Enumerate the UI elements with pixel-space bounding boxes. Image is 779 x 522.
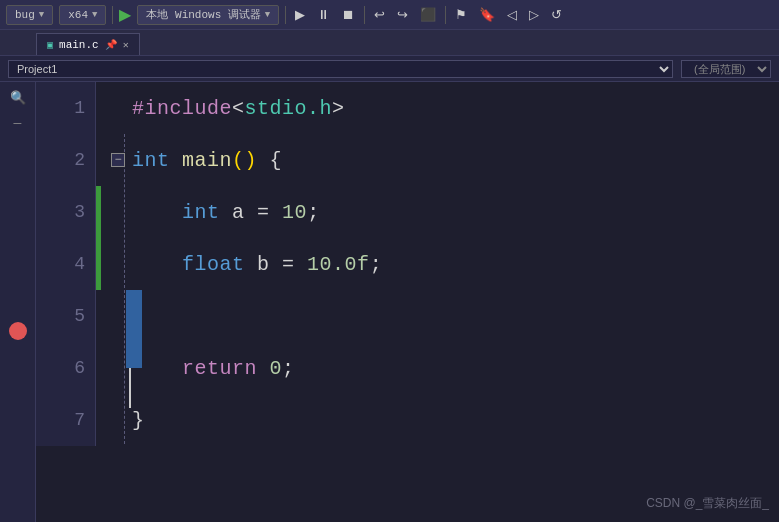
fold-col-2[interactable]: − bbox=[104, 153, 132, 167]
code-line-3: int a = 10; bbox=[96, 186, 779, 238]
line-num-3: 3 bbox=[36, 186, 85, 238]
line-numbers: 1 2 3 4 5 6 7 bbox=[36, 82, 96, 446]
tab-main-c[interactable]: ▣ main.c 📌 ✕ bbox=[36, 33, 140, 55]
breakpoint-indicator bbox=[9, 322, 27, 340]
scope-select[interactable]: (全局范围) bbox=[681, 60, 771, 78]
debug-dropdown[interactable]: bug ▼ bbox=[6, 5, 53, 25]
line-num-4: 4 bbox=[36, 238, 85, 290]
tabbar: ▣ main.c 📌 ✕ bbox=[0, 30, 779, 56]
sep2 bbox=[285, 6, 286, 24]
tab-label: main.c bbox=[59, 39, 99, 51]
tab-file-icon: ▣ bbox=[47, 39, 53, 51]
next-button[interactable]: ▷ bbox=[526, 7, 542, 22]
left-sidebar: 🔍 — bbox=[0, 82, 36, 522]
code-text-3: int a = 10; bbox=[132, 201, 320, 224]
code-line-1: #include<stdio.h> bbox=[96, 82, 779, 134]
code-line-6: return 0; bbox=[96, 342, 779, 394]
pin-icon: 📌 bbox=[105, 39, 117, 51]
line-num-1: 1 bbox=[36, 82, 85, 134]
debugger-dropdown[interactable]: 本地 Windows 调试器 ▼ bbox=[137, 5, 279, 25]
code-line-5 bbox=[96, 290, 779, 342]
debug-arrow: ▼ bbox=[39, 10, 44, 20]
pause-button[interactable]: ⏸ bbox=[314, 7, 333, 22]
arch-label: x64 bbox=[68, 9, 88, 21]
sep1 bbox=[112, 6, 113, 24]
code-text-6: return 0; bbox=[132, 357, 295, 380]
code-text-4: float b = 10.0f; bbox=[132, 253, 382, 276]
code-area[interactable]: #include<stdio.h> − int main() { int a =… bbox=[96, 82, 779, 522]
continue-button[interactable]: ▶ bbox=[292, 7, 308, 22]
editor-area[interactable]: 1 2 3 4 5 6 7 #include<stdio.h> bbox=[36, 82, 779, 522]
tab-close-button[interactable]: ✕ bbox=[123, 39, 129, 51]
arch-dropdown[interactable]: x64 ▼ bbox=[59, 5, 106, 25]
debugger-label: 本地 Windows 调试器 bbox=[146, 7, 260, 22]
watermark: CSDN @_雪菜肉丝面_ bbox=[646, 495, 769, 512]
line-num-2: 2 bbox=[36, 134, 85, 186]
code-text-7: } bbox=[132, 409, 145, 432]
step-out-button[interactable]: ⬛ bbox=[417, 7, 439, 22]
stop-button[interactable]: ⏹ bbox=[339, 7, 358, 22]
arch-arrow: ▼ bbox=[92, 10, 97, 20]
code-text-1: #include<stdio.h> bbox=[132, 97, 345, 120]
main-layout: 🔍 — 1 2 3 4 5 6 7 bbox=[0, 82, 779, 522]
run-button[interactable]: ▶ bbox=[119, 5, 131, 24]
toolbar: bug ▼ x64 ▼ ▶ 本地 Windows 调试器 ▼ ▶ ⏸ ⏹ ↩ ↪… bbox=[0, 0, 779, 30]
project-select[interactable]: Project1 bbox=[8, 60, 673, 78]
code-line-4: float b = 10.0f; bbox=[96, 238, 779, 290]
bookmark-button[interactable]: 🔖 bbox=[476, 7, 498, 22]
code-line-7: } bbox=[96, 394, 779, 446]
debug-label: bug bbox=[15, 9, 35, 21]
line-num-6: 6 bbox=[36, 342, 85, 394]
line-num-7: 7 bbox=[36, 394, 85, 446]
sep4 bbox=[445, 6, 446, 24]
filepath-bar: Project1 (全局范围) bbox=[0, 56, 779, 82]
code-text-2: int main() { bbox=[132, 149, 282, 172]
line-num-5: 5 bbox=[36, 290, 85, 342]
prev-button[interactable]: ◁ bbox=[504, 7, 520, 22]
watermark-text: CSDN @_雪菜肉丝面_ bbox=[646, 496, 769, 510]
fold-minus-icon[interactable]: − bbox=[111, 153, 125, 167]
debugger-arrow: ▼ bbox=[265, 10, 270, 20]
refresh-button[interactable]: ↺ bbox=[548, 7, 565, 22]
sep3 bbox=[364, 6, 365, 24]
step-over-button[interactable]: ↩ bbox=[371, 7, 388, 22]
search-icon[interactable]: 🔍 bbox=[10, 90, 26, 106]
breakpoint-button[interactable]: ⚑ bbox=[452, 7, 470, 22]
code-line-2: − int main() { bbox=[96, 134, 779, 186]
minus-icon[interactable]: — bbox=[14, 116, 22, 131]
step-into-button[interactable]: ↪ bbox=[394, 7, 411, 22]
